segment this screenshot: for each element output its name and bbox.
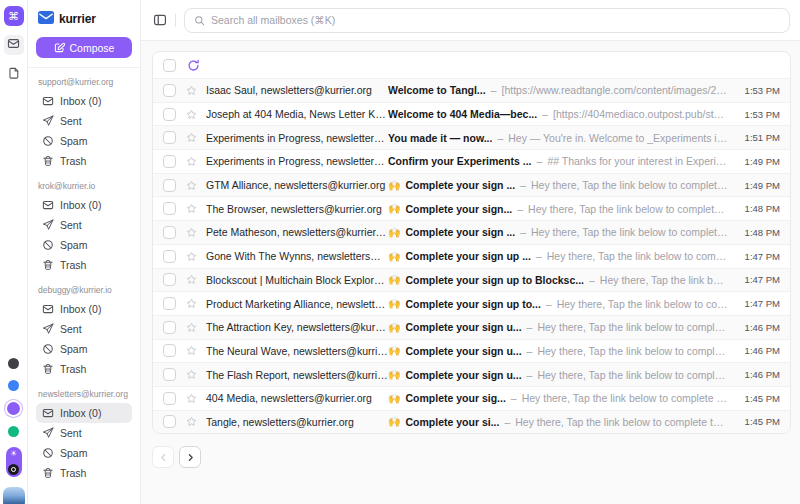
accent-dot-teal[interactable] [8,426,19,437]
email-row[interactable]: The Browser, newsletters@kurrier.org 🙌 C… [153,196,790,220]
star-icon[interactable] [186,109,197,120]
row-checkbox[interactable] [163,155,176,168]
sidebar-mailbox-item[interactable]: Trash [36,255,132,275]
sidebar-mailbox-item[interactable]: Sent [36,111,132,131]
star-icon[interactable] [186,322,197,333]
refresh-icon[interactable] [187,59,200,72]
star-icon[interactable] [186,274,197,285]
row-checkbox[interactable] [163,273,176,286]
mail-nav-button[interactable] [4,35,24,55]
email-row[interactable]: The Neural Wave, newsletters@kurrier.org… [153,339,790,363]
mailbox-items: Inbox (0) Sent Spam Trash [36,195,132,275]
raising-hands-emoji: 🙌 [388,298,400,309]
email-row[interactable]: The Attraction Key, newsletters@kurrier.… [153,315,790,339]
email-row[interactable]: Isaac Saul, newsletters@kurrier.org Welc… [153,78,790,102]
row-checkbox[interactable] [163,297,176,310]
email-row[interactable]: Experiments in Progress, newsletters@ku.… [153,125,790,149]
row-checkbox[interactable] [163,226,176,239]
email-rows: Isaac Saul, newsletters@kurrier.org Welc… [153,78,790,433]
email-sender: Tangle, newsletters@kurrier.org [206,416,388,428]
row-checkbox[interactable] [163,368,176,381]
star-icon[interactable] [186,369,197,380]
row-checkbox[interactable] [163,202,176,215]
select-all-checkbox[interactable] [163,59,176,72]
sidebar-mailbox-item[interactable]: Inbox (0) [36,195,132,215]
email-row[interactable]: Experiments in Progress, newsletters@k..… [153,149,790,173]
search-bar[interactable] [184,8,790,33]
email-row[interactable]: Joseph at 404 Media, News Letter Kurrier… [153,102,790,126]
row-checkbox[interactable] [163,321,176,334]
email-row[interactable]: Tangle, newsletters@kurrier.org 🙌 Comple… [153,410,790,434]
star-icon[interactable] [186,416,197,427]
email-subject: Complete your sign u... [405,345,521,357]
next-page-button[interactable] [179,446,201,468]
star-icon[interactable] [186,393,197,404]
email-subject: Welcome to Tangl... [388,84,486,96]
row-checkbox[interactable] [163,131,176,144]
email-row[interactable]: GTM Alliance, newsletters@kurrier.org 🙌 … [153,173,790,197]
row-checkbox[interactable] [163,344,176,357]
subject-snippet-separator: – [542,108,548,120]
row-checkbox[interactable] [163,250,176,263]
email-time: 1:53 PM [734,85,780,96]
user-avatar[interactable] [3,487,25,504]
row-checkbox[interactable] [163,415,176,428]
star-icon[interactable] [186,345,197,356]
sidebar-mailbox-item[interactable]: Sent [36,423,132,443]
email-snippet: Hey there, Tap the link below to complet… [547,250,728,262]
star-icon[interactable] [186,227,197,238]
sidebar-mailbox-item[interactable]: Sent [36,215,132,235]
sidebar-mailbox-item[interactable]: Inbox (0) [36,403,132,423]
email-snippet: [https://www.readtangle.com/content/imag… [501,84,728,96]
accent-dot-dark[interactable] [8,358,19,369]
sidebar-toggle-button[interactable] [153,13,167,27]
email-sender: The Attraction Key, newsletters@kurrier.… [206,321,388,333]
star-icon[interactable] [186,203,197,214]
sidebar-mailbox-item[interactable]: Trash [36,463,132,483]
theme-toggle[interactable]: ☀ [6,447,22,477]
prev-page-button[interactable] [152,446,174,468]
inbox-icon [42,95,54,107]
account-section: krok@kurrier.io Inbox (0) Sent Spam Tras… [36,176,132,275]
sidebar-mailbox-item[interactable]: Spam [36,443,132,463]
email-row[interactable]: Gone With The Wynns, newsletters@kurr...… [153,244,790,268]
accent-dot-blue[interactable] [8,380,19,391]
sidebar-mailbox-item[interactable]: Trash [36,359,132,379]
email-subject: Complete your si... [405,416,499,428]
row-checkbox[interactable] [163,392,176,405]
row-checkbox[interactable] [163,179,176,192]
accent-dot-purple[interactable] [7,402,20,415]
compose-button[interactable]: Compose [36,37,132,58]
email-snippet: Hey there, Tap the link below to complet… [537,345,728,357]
sidebar-mailbox-item[interactable]: Spam [36,339,132,359]
sidebar-mailbox-item[interactable]: Sent [36,319,132,339]
spam-icon [42,447,54,459]
email-time: 1:49 PM [734,180,780,191]
email-row[interactable]: Pete Matheson, newsletters@kurrier.org 🙌… [153,220,790,244]
email-row[interactable]: 404 Media, newsletters@kurrier.org 🙌 Com… [153,386,790,410]
star-icon[interactable] [186,85,197,96]
email-row[interactable]: Product Marketing Alliance, newsletters.… [153,291,790,315]
star-icon[interactable] [186,251,197,262]
email-sender: The Browser, newsletters@kurrier.org [206,203,388,215]
email-time: 1:53 PM [734,109,780,120]
sidebar-mailbox-item[interactable]: Inbox (0) [36,91,132,111]
star-icon[interactable] [186,298,197,309]
sidebar-mailbox-item[interactable]: Spam [36,131,132,151]
email-row[interactable]: Blockscout | Multichain Block Explorer F… [153,268,790,292]
star-icon[interactable] [186,180,197,191]
left-rail: ⌘ ☀ [0,0,28,504]
star-icon[interactable] [186,132,197,143]
row-checkbox[interactable] [163,108,176,121]
email-time: 1:47 PM [734,274,780,285]
documents-nav-button[interactable] [4,64,24,84]
search-input[interactable] [211,14,780,26]
sidebar-mailbox-item[interactable]: Spam [36,235,132,255]
command-palette-button[interactable]: ⌘ [4,6,24,26]
email-row[interactable]: The Flash Report, newsletters@kurrier.or… [153,362,790,386]
sidebar-mailbox-item[interactable]: Inbox (0) [36,299,132,319]
row-checkbox[interactable] [163,84,176,97]
star-icon[interactable] [186,156,197,167]
sidebar-mailbox-item[interactable]: Trash [36,151,132,171]
email-sender: GTM Alliance, newsletters@kurrier.org [206,179,388,191]
